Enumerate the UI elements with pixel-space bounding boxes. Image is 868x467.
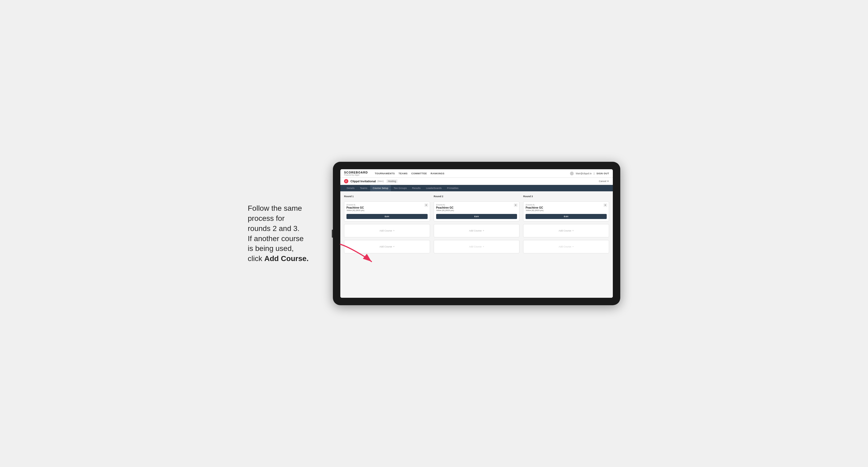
scoreboard-logo: SCOREBOARD Powered by clippd	[344, 171, 368, 176]
nav-rankings[interactable]: RANKINGS	[431, 172, 444, 175]
page-wrapper: Follow the same process for rounds 2 and…	[248, 162, 620, 305]
round-2-course-details: Yellow (M) (6629 yds)	[436, 210, 517, 211]
instruction-bold: Add Course.	[264, 254, 308, 262]
round-2-add-course-2-label: Add Course	[469, 245, 482, 248]
round-1-add-plus-1: +	[393, 229, 394, 232]
round-1-add-course-1-label: Add Course	[379, 229, 392, 232]
logo-sub-text: Powered by clippd	[344, 174, 368, 176]
nav-right: blair@clippd.io | Sign out	[570, 172, 609, 175]
round-1-title: Round 1	[344, 195, 430, 198]
tournament-name: Clippd Invitational	[350, 180, 376, 183]
round-3-add-course-1[interactable]: Add Course +	[523, 224, 609, 237]
round-1-add-plus-2: +	[393, 245, 394, 248]
round-1-add-course-2-label: Add Course	[379, 245, 392, 248]
round-2-add-plus-2: +	[483, 245, 484, 248]
main-content: Round 1 ✕ (Course A) Peachtree GC Yellow…	[340, 191, 613, 298]
round-2-column: Round 2 ✕ (Course A) Peachtree GC Yellow…	[434, 195, 520, 253]
nav-avatar	[570, 172, 574, 175]
round-2-edit-button[interactable]: Edit	[436, 214, 517, 219]
round-3-course-card: ✕ (Course A) Peachtree GC Yellow (M) (66…	[523, 201, 609, 221]
nav-tournaments[interactable]: TOURNAMENTS	[375, 172, 395, 175]
round-3-column: Round 3 ✕ (Course A) Peachtree GC Yellow…	[523, 195, 609, 253]
nav-teams[interactable]: TEAMS	[399, 172, 408, 175]
round-1-course-label: (Course A)	[346, 204, 428, 206]
round-3-add-plus-1: +	[572, 229, 574, 232]
round-3-add-course-2-label: Add Course	[559, 245, 571, 248]
round-3-edit-button[interactable]: Edit	[526, 214, 607, 219]
tab-leaderboards[interactable]: Leaderboards	[423, 185, 444, 191]
round-3-course-label: (Course A)	[526, 204, 607, 206]
round-2-course-label: (Course A)	[436, 204, 517, 206]
cancel-button[interactable]: Cancel ✕	[599, 180, 609, 183]
round-1-edit-button[interactable]: Edit	[346, 214, 428, 219]
tab-bar: Details Teams Course Setup Tee Groups Re…	[340, 185, 613, 191]
sub-header: C Clippd Invitational (Men) Hosting Canc…	[340, 178, 613, 185]
tournament-status: Hosting	[386, 179, 398, 183]
round-2-course-name: Peachtree GC	[436, 206, 517, 209]
tab-tee-groups[interactable]: Tee Groups	[391, 185, 409, 191]
nav-committee[interactable]: COMMITTEE	[411, 172, 427, 175]
logo-main-text: SCOREBOARD	[344, 171, 368, 174]
tournament-qualifier: (Men)	[377, 180, 384, 183]
round-1-course-name: Peachtree GC	[346, 206, 428, 209]
nav-user-email: blair@clippd.io	[576, 172, 592, 175]
brand-logo: C	[344, 179, 348, 183]
tab-teams[interactable]: Teams	[358, 185, 370, 191]
round-1-course-card: ✕ (Course A) Peachtree GC Yellow (M) (66…	[344, 201, 430, 221]
round-3-add-course-2: Add Course +	[523, 240, 609, 253]
tablet-frame: SCOREBOARD Powered by clippd TOURNAMENTS…	[333, 162, 620, 305]
round-2-add-course-2: Add Course +	[434, 240, 520, 253]
nav-separator: |	[594, 172, 594, 175]
tablet-screen: SCOREBOARD Powered by clippd TOURNAMENTS…	[340, 169, 613, 298]
round-3-delete-icon[interactable]: ✕	[603, 203, 607, 207]
rounds-grid: Round 1 ✕ (Course A) Peachtree GC Yellow…	[344, 195, 609, 253]
top-nav: SCOREBOARD Powered by clippd TOURNAMENTS…	[340, 169, 613, 178]
round-2-add-course-1-label: Add Course	[469, 229, 482, 232]
tab-printables[interactable]: Printables	[444, 185, 461, 191]
round-2-add-course-1[interactable]: Add Course +	[434, 224, 520, 237]
round-2-add-plus-1: +	[483, 229, 484, 232]
round-3-title: Round 3	[523, 195, 609, 198]
round-3-add-course-1-label: Add Course	[559, 229, 571, 232]
round-1-delete-icon[interactable]: ✕	[425, 203, 428, 207]
nav-links: TOURNAMENTS TEAMS COMMITTEE RANKINGS	[375, 172, 565, 175]
round-1-add-course-1[interactable]: Add Course +	[344, 224, 430, 237]
tab-results[interactable]: Results	[409, 185, 423, 191]
instruction-text: Follow the same process for rounds 2 and…	[248, 204, 309, 262]
round-1-column: Round 1 ✕ (Course A) Peachtree GC Yellow…	[344, 195, 430, 253]
round-1-add-course-2[interactable]: Add Course +	[344, 240, 430, 253]
round-2-title: Round 2	[434, 195, 520, 198]
round-3-course-details: Yellow (M) (6629 yds)	[526, 210, 607, 211]
round-2-course-card: ✕ (Course A) Peachtree GC Yellow (M) (66…	[434, 201, 520, 221]
round-3-add-plus-2: +	[572, 245, 574, 248]
tab-details[interactable]: Details	[344, 185, 358, 191]
tab-course-setup[interactable]: Course Setup	[370, 185, 391, 191]
nav-sign-out[interactable]: Sign out	[596, 172, 609, 175]
tablet-side-button	[332, 230, 333, 238]
round-1-course-details: Yellow (M) (6629 yds)	[346, 210, 428, 211]
round-3-course-name: Peachtree GC	[526, 206, 607, 209]
round-2-delete-icon[interactable]: ✕	[514, 203, 518, 207]
instruction-block: Follow the same process for rounds 2 and…	[248, 203, 322, 264]
